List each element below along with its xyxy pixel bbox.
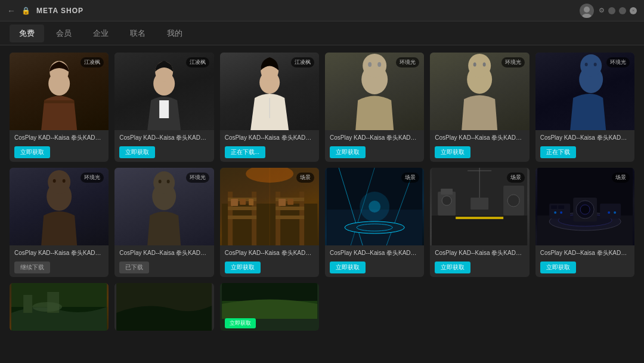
card-image: 场景 xyxy=(430,168,529,245)
card-image: 场景 xyxy=(325,168,424,245)
tab-enterprise[interactable]: 企业 xyxy=(83,24,118,42)
card-info: CosPlay KAD--Kaisa 拳头KAD女团元... 正在下载... xyxy=(220,130,319,162)
svg-point-81 xyxy=(560,211,562,214)
list-item: 场景 xyxy=(220,168,319,277)
svg-rect-6 xyxy=(159,100,169,118)
list-item: 环境光 CosPlay KAD--Kaisa 拳头KAD女团元... 继续下载 xyxy=(10,168,109,277)
download-button[interactable]: 正在下载 xyxy=(540,146,576,158)
svg-rect-79 xyxy=(558,205,564,209)
tab-free[interactable]: 免费 xyxy=(10,24,44,42)
card-image: 环境光 xyxy=(10,168,109,245)
window-controls: ⚙ — □ × xyxy=(599,7,637,14)
svg-point-12 xyxy=(363,54,386,78)
svg-rect-62 xyxy=(441,189,453,195)
card-info: CosPlay KAD--Kaisa 拳头KAD女团元... 立即获取 xyxy=(535,245,634,277)
svg-point-68 xyxy=(507,195,519,207)
list-item: 环境光 CosPlay KAD--Kaisa 拳头KAD女团元... 立即获取 xyxy=(430,53,529,162)
tab-member[interactable]: 会员 xyxy=(47,24,81,42)
svg-rect-77 xyxy=(600,204,621,219)
svg-rect-40 xyxy=(275,207,304,210)
card-info: CosPlay KAD--Kaisa 拳头KAD女团元... 立即获取 xyxy=(220,245,319,277)
list-item xyxy=(10,283,109,331)
card-image: 环境光 xyxy=(325,53,424,130)
download-button[interactable]: 正在下载... xyxy=(225,146,265,158)
card-title: CosPlay KAD--Kaisa 拳头KAD女团元... xyxy=(119,134,209,142)
get-button[interactable]: 立即获取 xyxy=(225,318,256,328)
partial-card: 立即获取 xyxy=(220,283,319,331)
svg-point-21 xyxy=(584,63,587,66)
svg-point-55 xyxy=(357,224,392,231)
svg-point-22 xyxy=(593,63,596,66)
settings-icon[interactable]: ⚙ xyxy=(599,7,605,14)
badge: 环境光 xyxy=(501,57,525,67)
svg-point-25 xyxy=(53,179,56,183)
svg-rect-3 xyxy=(44,100,74,103)
scene-preview xyxy=(220,283,319,319)
card-title: CosPlay KAD--Kaisa 拳头KAD女团元... xyxy=(330,249,419,257)
card-image: 场景 xyxy=(535,168,634,245)
minimize-button[interactable]: — xyxy=(608,7,615,14)
avatar[interactable] xyxy=(580,4,594,18)
svg-rect-78 xyxy=(551,205,557,209)
svg-rect-59 xyxy=(432,216,527,245)
card-image: 江凌枫 xyxy=(114,53,213,130)
card-image-partial xyxy=(10,283,109,331)
tab-bar: 免费 会员 企业 联名 我的 xyxy=(0,21,644,45)
card-title: CosPlay KAD--Kaisa 拳头KAD女团元... xyxy=(435,134,524,142)
card-title: CosPlay KAD--Kaisa 拳头KAD女团元... xyxy=(119,249,209,257)
badge: 环境光 xyxy=(186,173,209,183)
tab-mine[interactable]: 我的 xyxy=(157,24,192,42)
svg-rect-60 xyxy=(456,217,503,219)
get-button[interactable]: 立即获取 xyxy=(14,146,50,158)
list-item: 场景 xyxy=(430,168,529,277)
svg-point-24 xyxy=(48,170,70,194)
downloaded-button[interactable]: 已下载 xyxy=(119,262,149,273)
list-item: 环境光 CosPlay KAD--Kaisa 拳头KAD女团元... 立即获取 xyxy=(325,53,424,162)
card-grid-row1: 江凌枫 CosPlay KAD--Kaisa 拳头KAD女团元... 立即获取 … xyxy=(10,53,634,162)
card-info: CosPlay KAD--Kaisa 拳头KAD女团元... 已下载 xyxy=(114,245,213,277)
svg-point-17 xyxy=(473,63,476,67)
svg-point-18 xyxy=(483,63,486,67)
svg-point-20 xyxy=(580,54,602,77)
svg-point-16 xyxy=(468,54,491,78)
svg-rect-38 xyxy=(228,216,256,219)
tab-alliance[interactable]: 联名 xyxy=(120,24,155,42)
card-grid-row2: 环境光 CosPlay KAD--Kaisa 拳头KAD女团元... 继续下载 … xyxy=(10,168,634,277)
svg-rect-45 xyxy=(278,199,286,206)
close-button[interactable]: × xyxy=(630,7,637,14)
svg-rect-86 xyxy=(23,295,32,313)
svg-point-83 xyxy=(608,211,610,214)
get-button[interactable]: 立即获取 xyxy=(119,146,155,158)
card-title: CosPlay KAD--Kaisa 拳头KAD女团元... xyxy=(540,134,630,142)
get-button[interactable]: 立即获取 xyxy=(330,146,366,158)
title-bar-right: ⚙ — □ × xyxy=(580,4,637,18)
list-item: 环境光 CosPlay KAD--Kaisa 拳头KAD女团元... 正在下载 xyxy=(535,53,634,162)
svg-point-88 xyxy=(32,302,62,312)
badge: 场景 xyxy=(401,173,419,183)
get-button[interactable]: 立即获取 xyxy=(330,262,366,273)
back-button[interactable]: ← xyxy=(7,6,16,16)
get-button[interactable]: 立即获取 xyxy=(435,262,470,273)
badge: 江凌枫 xyxy=(80,57,104,67)
get-button[interactable]: 立即获取 xyxy=(435,146,470,158)
get-button[interactable]: 立即获取 xyxy=(225,262,261,273)
get-button[interactable]: 立即获取 xyxy=(540,262,576,273)
list-item: 场景 xyxy=(535,168,634,277)
card-title: CosPlay KAD--Kaisa 拳头KAD女团元... xyxy=(14,134,104,142)
continue-download-button[interactable]: 继续下载 xyxy=(14,262,50,273)
svg-rect-37 xyxy=(228,207,256,210)
card-info: CosPlay KAD--Kaisa 拳头KAD女团元... 立即获取 xyxy=(430,245,529,277)
svg-rect-43 xyxy=(240,199,246,205)
title-bar: ← 🔒 META SHOP ⚙ — □ × xyxy=(0,0,644,21)
maximize-button[interactable]: □ xyxy=(619,7,626,14)
svg-point-13 xyxy=(368,62,371,67)
badge: 场景 xyxy=(612,173,630,183)
svg-point-57 xyxy=(369,201,380,213)
svg-point-14 xyxy=(377,62,381,67)
svg-point-28 xyxy=(153,171,175,194)
badge: 环境光 xyxy=(80,173,104,183)
svg-rect-41 xyxy=(275,216,304,219)
svg-rect-44 xyxy=(249,199,253,205)
svg-point-0 xyxy=(584,7,590,13)
card-image: 环境光 xyxy=(535,53,634,130)
